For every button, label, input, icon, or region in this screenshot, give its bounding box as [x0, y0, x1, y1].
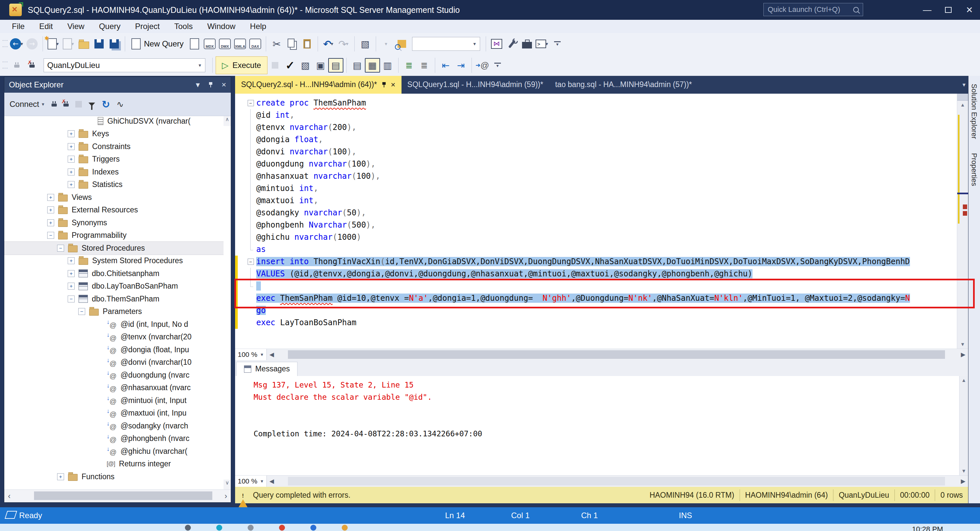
quick-launch-input[interactable]: Quick Launch (Ctrl+Q) — [764, 3, 863, 16]
toolbar-combobox[interactable]: ▾ — [412, 37, 480, 51]
tree-item[interactable]: +Functions — [4, 470, 224, 483]
tree-item[interactable]: +Triggers — [4, 153, 224, 166]
connect-icon[interactable] — [9, 57, 24, 73]
tree-item[interactable]: ↓@@sodangky (nvarch — [4, 420, 224, 433]
messages-zoom-dropdown[interactable]: 100 %▾ — [235, 476, 267, 487]
tuning-advisor-icon[interactable]: ⋈ — [489, 36, 504, 52]
new-query-button[interactable]: New Query — [128, 36, 187, 52]
taskbar-icon[interactable] — [342, 525, 348, 531]
wrench-icon[interactable] — [504, 36, 519, 52]
tree-item[interactable]: +Constraints — [4, 140, 224, 153]
navigate-forward-button[interactable]: → — [24, 36, 40, 52]
messages-panel[interactable]: Msg 137, Level 15, State 2, Line 15Must … — [235, 376, 968, 476]
editor-zoom-dropdown[interactable]: 100 %▾ — [235, 349, 267, 360]
change-connection-icon[interactable]: ✗ — [24, 57, 40, 73]
tree-item[interactable]: −Programmability — [4, 229, 224, 242]
tree-item[interactable]: ↓@@duongdung (nvarc — [4, 369, 224, 382]
fold-collapse-icon[interactable] — [245, 97, 256, 109]
query-options-icon[interactable]: ▣ — [313, 57, 328, 73]
tree-item[interactable]: −Parameters — [4, 305, 224, 318]
save-all-button[interactable] — [107, 36, 122, 52]
redo-button[interactable]: ↷▾ — [336, 36, 351, 52]
menu-window[interactable]: Window — [200, 20, 243, 33]
messages-hscrollbar[interactable]: 100 %▾ ◀ ▶ — [235, 475, 968, 487]
pin-icon[interactable] — [382, 82, 386, 88]
windows-taskbar[interactable]: 10:28 PM — [0, 524, 980, 531]
expand-toggle[interactable]: − — [68, 295, 75, 303]
increase-indent-icon[interactable]: ⇥ — [453, 57, 469, 73]
filter-icon[interactable] — [89, 103, 95, 106]
menu-help[interactable]: Help — [243, 20, 274, 33]
pin-icon[interactable] — [208, 82, 213, 88]
scroll-down-icon[interactable]: ∨ — [224, 480, 231, 490]
taskbar-icon[interactable] — [216, 525, 222, 531]
fold-collapse-icon[interactable] — [245, 255, 256, 268]
menu-project[interactable]: Project — [128, 20, 167, 33]
toolbar-overflow-icon[interactable]: ▾ — [490, 57, 505, 73]
add-item-button[interactable]: ▾ — [61, 36, 76, 52]
new-current-connection-query-button[interactable] — [187, 36, 202, 52]
database-combobox[interactable]: QuanLyDuLieu▾ — [44, 59, 205, 72]
tree-item[interactable]: +Synonyms — [4, 216, 224, 229]
cut-icon[interactable]: ✂ — [269, 36, 284, 52]
scroll-down-icon[interactable]: ▼ — [959, 467, 968, 475]
results-to-file-icon[interactable]: ▥ — [380, 57, 395, 73]
expand-toggle[interactable]: + — [47, 194, 54, 201]
menu-edit[interactable]: Edit — [32, 20, 60, 33]
close-icon[interactable]: × — [391, 80, 396, 89]
estimated-plan-icon[interactable]: ▧ — [298, 57, 313, 73]
object-explorer-hscrollbar[interactable]: ‹ › — [4, 490, 231, 502]
minimize-button[interactable]: — — [916, 0, 938, 20]
paste-icon[interactable] — [299, 36, 315, 52]
toolbar-overflow-icon[interactable]: ▾ — [550, 36, 565, 52]
messages-vscrollbar[interactable]: ▲ ▼ — [959, 376, 968, 476]
expand-toggle[interactable]: + — [68, 257, 75, 264]
tree-item[interactable]: ↓@@donvi (nvarchar(10 — [4, 356, 224, 369]
expand-toggle[interactable]: + — [47, 219, 54, 226]
toolbar-grip[interactable]: ⋮⋮ — [3, 59, 6, 71]
editor-tab[interactable]: SQLQuery2.sql - H...INH94\admin (64))*× — [235, 76, 401, 94]
results-to-text-icon[interactable]: ▤ — [350, 57, 365, 73]
menu-view[interactable]: View — [60, 20, 92, 33]
expand-toggle[interactable]: + — [68, 283, 75, 290]
tree-item[interactable]: +Indexes — [4, 166, 224, 178]
sql-code-editor[interactable]: create proc ThemSanPham@id int,@tenvx nv… — [235, 94, 968, 349]
expand-toggle[interactable]: + — [68, 143, 75, 150]
tree-item[interactable]: −Stored Procedures — [4, 242, 224, 255]
analysis-query-dax-icon[interactable]: DAX — [248, 36, 263, 52]
comment-lines-icon[interactable]: ≣ — [401, 57, 417, 73]
tree-item[interactable]: ↓@@mintuoi (int, Input — [4, 394, 224, 407]
tree-item[interactable]: [@]Returns integer — [4, 458, 224, 471]
undo-button[interactable]: ↶▾ — [321, 36, 336, 52]
refresh-icon[interactable]: ↻ — [102, 98, 110, 110]
disconnect-icon[interactable]: ✗ — [64, 101, 69, 108]
tree-item[interactable]: +External Resources — [4, 204, 224, 217]
connect-icon[interactable] — [51, 101, 57, 108]
activity-monitor-icon[interactable]: ∿ — [116, 99, 124, 109]
tree-item[interactable]: −dbo.ThemSanPham — [4, 293, 224, 305]
expand-toggle[interactable]: − — [57, 245, 64, 252]
copy-icon[interactable] — [284, 36, 299, 52]
scrollbar-thumb[interactable] — [34, 491, 212, 500]
taskbar-icon[interactable] — [185, 525, 191, 531]
toolbox-icon[interactable] — [519, 36, 535, 52]
analysis-query-mdx-icon[interactable]: MDX — [202, 36, 217, 52]
execute-button[interactable]: ▷ Execute — [216, 56, 267, 74]
tree-item[interactable]: ↓@@maxtuoi (int, Inpu — [4, 407, 224, 420]
expand-toggle[interactable]: + — [68, 156, 75, 163]
editor-hscrollbar[interactable]: 100 %▾ ◀ ▶ — [235, 349, 968, 360]
active-files-dropdown-icon[interactable]: ▾ — [963, 81, 966, 89]
object-explorer-header[interactable]: Object Explorer ▾ × — [4, 77, 231, 93]
scroll-left-icon[interactable]: ◀ — [267, 477, 277, 485]
scroll-right-icon[interactable]: › — [221, 491, 231, 501]
editor-tab[interactable]: tao bang.sql - HA...MINH94\admin (57))* — [549, 76, 698, 94]
close-icon[interactable]: × — [221, 80, 226, 89]
side-tab-properties[interactable]: Properties — [970, 147, 978, 192]
toolbar-grip[interactable]: ⋮⋮ — [3, 38, 6, 50]
scroll-left-icon[interactable]: ‹ — [4, 491, 14, 501]
scroll-up-icon[interactable]: ▲ — [957, 101, 968, 109]
tree-item[interactable]: ↓@@id (int, Input, No d — [4, 318, 224, 331]
tree-item[interactable]: ↓@@dongia (float, Inpu — [4, 343, 224, 356]
connect-dropdown[interactable]: Connect▾ — [10, 100, 45, 109]
scroll-up-icon[interactable]: ∧ — [224, 116, 231, 126]
